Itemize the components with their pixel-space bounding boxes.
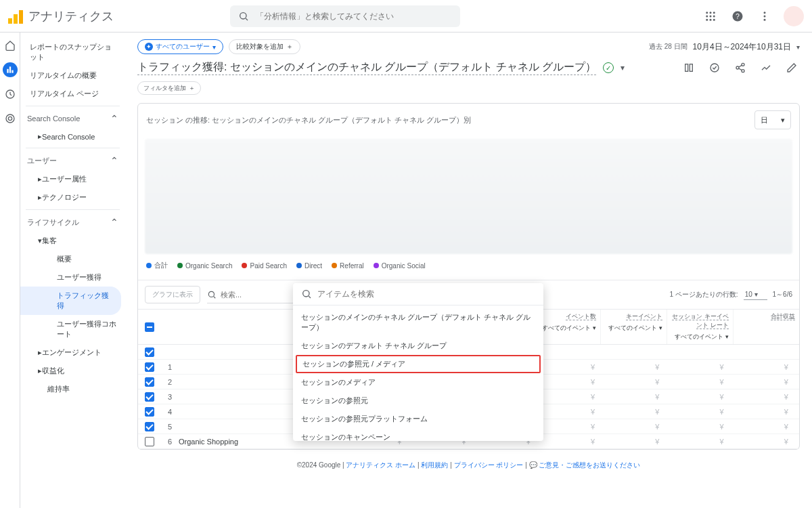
sidebar-item-user-attributes[interactable]: ▸ ユーザー属性 [20, 170, 125, 188]
dropdown-search[interactable] [293, 283, 543, 305]
rail-home-icon[interactable] [3, 38, 18, 53]
svg-point-8 [706, 18, 708, 20]
sidebar-item-snapshot[interactable]: レポートのスナップショット [20, 38, 125, 66]
dropdown-item[interactable]: セッションのメディア [293, 373, 543, 391]
row-cell: ¥ [663, 378, 727, 386]
row-checkbox[interactable] [145, 362, 154, 372]
sidebar-item-acq-traffic[interactable]: トラフィック獲得 [20, 287, 121, 315]
sidebar-section-search-console[interactable]: Search Console⌃ [20, 109, 125, 128]
sidebar-item-engagement[interactable]: ▸ エンゲージメント [20, 343, 125, 362]
chip-all-users[interactable]: ✦すべてのユーザー▾ [137, 39, 223, 54]
divider [26, 209, 120, 210]
footer-link-terms[interactable]: 利用規約 [421, 461, 448, 469]
card-title: セッション の推移: セッションのメインのチャネル グループ（デフォルト チャネ… [146, 115, 471, 125]
th-event-count[interactable]: イベント数すべてのイベント ▾ [533, 310, 600, 344]
row-checkbox[interactable] [145, 407, 154, 417]
row-checkbox[interactable] [145, 422, 154, 431]
legend-item[interactable]: Organic Search [177, 261, 232, 270]
rows-per-page-select[interactable]: 10 ▾ [744, 289, 767, 300]
svg-line-31 [214, 296, 216, 298]
row-checkbox[interactable] [145, 437, 154, 446]
insights-icon[interactable] [706, 60, 723, 76]
dropdown-item[interactable]: セッションのキャンペーン [293, 428, 543, 441]
sidebar-item-realtime-pages[interactable]: リアルタイム ページ [20, 85, 125, 103]
sidebar-item-technology[interactable]: ▸ テクノロジー [20, 188, 125, 207]
rail-advertising-icon[interactable] [3, 111, 18, 126]
date-range-picker[interactable]: 過去 28 日間 10月4日～2024年10月31日 ▾ [649, 41, 800, 53]
sidebar-section-lifecycle[interactable]: ライフサイクル⌃ [20, 213, 125, 232]
legend-item[interactable]: 合計 [146, 261, 168, 270]
add-filter-chip[interactable]: フィルタを追加＋ [137, 81, 201, 95]
sidebar-item-search-console[interactable]: ▸ Search Console [20, 128, 125, 145]
row-checkbox[interactable] [145, 377, 154, 387]
svg-rect-17 [9, 66, 10, 72]
account-avatar[interactable] [784, 6, 804, 26]
legend-item[interactable]: Organic Social [374, 261, 426, 270]
footer-link-feedback[interactable]: ご意見・ご感想をお送りください [539, 461, 640, 469]
page-heading: トラフィック獲得: セッションのメインのチャネル グループ（デフォルト チャネル… [137, 60, 800, 76]
row-cell: ¥ [535, 393, 599, 401]
feedback-icon: 💬 [529, 461, 537, 469]
row-cell: ¥ [599, 423, 663, 431]
dropdown-search-input[interactable] [317, 289, 535, 299]
svg-line-1 [246, 18, 248, 20]
row-checkbox[interactable] [145, 347, 154, 357]
rail-explore-icon[interactable] [3, 87, 18, 102]
report-sidebar: レポートのスナップショット リアルタイムの概要 リアルタイム ページ Searc… [20, 33, 125, 508]
global-search-input[interactable] [256, 12, 452, 21]
row-cell: ¥ [663, 423, 727, 431]
chevron-down-icon[interactable]: ▾ [621, 63, 625, 72]
row-cell: ¥ [535, 423, 599, 431]
apps-icon[interactable] [702, 8, 719, 24]
dropdown-item[interactable]: セッションのメインのチャネル グループ（デフォルト チャネル グループ） [293, 308, 543, 337]
svg-point-9 [710, 18, 712, 20]
plot-rows-button[interactable]: グラフに表示 [145, 286, 200, 303]
sidebar-item-acq-user[interactable]: ユーザー獲得 [20, 268, 125, 287]
edit-icon[interactable] [784, 60, 800, 76]
sidebar-item-monetization[interactable]: ▸ 収益化 [20, 362, 125, 380]
th-session-key-event-rate[interactable]: セッション キーイベント レートすべてのイベント ▾ [667, 310, 733, 344]
row-cell: ¥ [599, 363, 663, 371]
svg-line-33 [309, 296, 311, 298]
nav-rail [0, 33, 20, 508]
dropdown-item[interactable]: セッションの参照元 / メディア [296, 355, 541, 373]
sidebar-section-user[interactable]: ユーザー⌃ [20, 151, 125, 170]
global-search[interactable] [230, 5, 460, 27]
period-selector[interactable]: 日▾ [754, 110, 791, 129]
sidebar-item-realtime-overview[interactable]: リアルタイムの概要 [20, 66, 125, 85]
legend-item[interactable]: Direct [296, 261, 322, 270]
svg-point-13 [764, 12, 766, 14]
kebab-menu-icon[interactable] [757, 8, 773, 24]
legend-item[interactable]: Referral [332, 261, 364, 270]
sidebar-item-acq-overview[interactable]: 概要 [20, 250, 125, 268]
rail-reports-icon[interactable] [3, 62, 18, 77]
footer-link-home[interactable]: アナリティクス ホーム [346, 461, 415, 469]
chip-add-compare[interactable]: 比較対象を追加＋ [229, 39, 300, 54]
sidebar-item-acquisition[interactable]: ▾ 集客 [20, 232, 125, 250]
dropdown-item[interactable]: セッションのデフォルト チャネル グループ [293, 337, 543, 355]
svg-point-0 [240, 12, 246, 18]
help-icon[interactable]: ? [729, 8, 746, 24]
product-logo[interactable]: アナリティクス [8, 8, 114, 24]
footer-link-privacy[interactable]: プライバシー ポリシー [454, 461, 524, 469]
sidebar-item-acq-user-cohort[interactable]: ユーザー獲得コホート [20, 315, 125, 343]
trend-icon[interactable] [758, 60, 774, 76]
svg-point-24 [710, 64, 719, 72]
card-header: セッション の推移: セッションのメインのチャネル グループ（デフォルト チャネ… [138, 104, 799, 136]
legend-dot-icon [242, 263, 247, 268]
legend-item[interactable]: Paid Search [242, 261, 286, 270]
dropdown-item[interactable]: セッションの参照元プラットフォーム [293, 410, 543, 428]
chevron-up-icon: ⌃ [110, 155, 118, 166]
row-cell: ¥ [535, 378, 599, 386]
chevron-up-icon: ⌃ [110, 113, 118, 124]
sidebar-item-retention[interactable]: 維持率 [20, 380, 125, 398]
th-total-revenue[interactable]: 合計収益 [733, 310, 799, 344]
th-key-events[interactable]: キーイベントすべてのイベント ▾ [600, 310, 667, 344]
share-icon[interactable] [732, 60, 748, 76]
row-checkbox[interactable] [145, 392, 154, 402]
row-cell: ¥ [728, 408, 792, 416]
select-all-checkbox[interactable] [145, 322, 154, 332]
svg-point-7 [713, 15, 715, 17]
dropdown-item[interactable]: セッションの参照元 [293, 391, 543, 410]
customize-icon[interactable] [681, 60, 697, 76]
